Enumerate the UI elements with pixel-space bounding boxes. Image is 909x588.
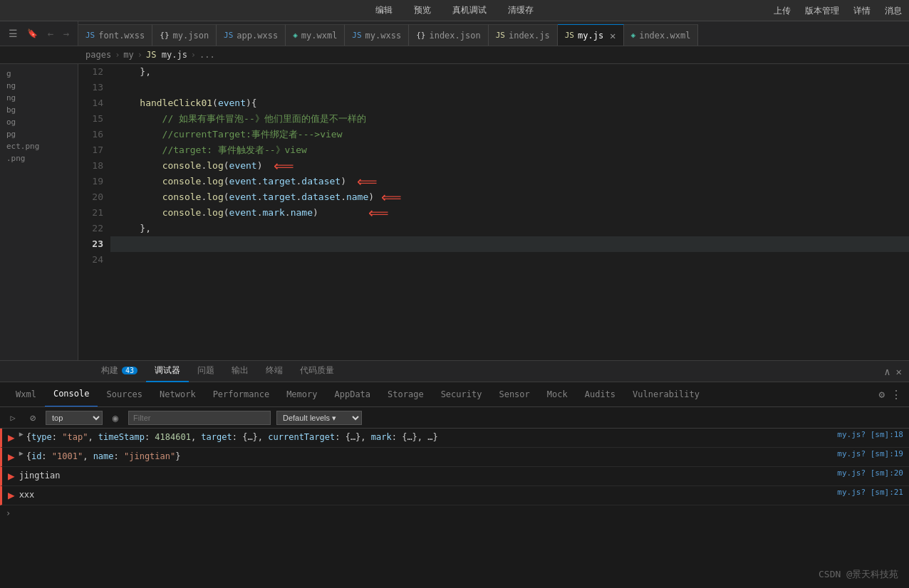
top-toolbar: 编辑 预览 真机调试 清缓存 上传 版本管理 详情 消息 [0,0,909,21]
console-entry-source-2[interactable]: my.js? [sm]:19 [837,449,903,458]
devtools-tab-sensor[interactable]: Sensor [490,382,538,407]
code-line-20: console.log(event.target.dataset.name) ⟸ [110,189,909,205]
ln-14: 14 [78,95,103,111]
devtools-settings: ⚙ ⋮ [879,388,909,401]
tab-my-wxss[interactable]: JS my.wxss [345,24,409,46]
bottom-panel: 构建 43 调试器 问题 输出 终端 代码质量 ∧ ✕ [0,360,909,588]
forward-icon[interactable]: → [63,28,69,39]
sidebar-file-png[interactable]: .png [4,152,74,164]
devtools-tab-mock[interactable]: Mock [539,382,576,407]
bookmark-icon[interactable]: 🔖 [27,28,38,38]
console-inspect-icon[interactable]: ◉ [108,412,123,424]
ln-20: 20 [78,189,103,205]
back-icon[interactable]: ← [48,28,53,39]
console-filter-input[interactable] [128,411,271,425]
devtools-tab-wxml[interactable]: Wxml [7,382,45,407]
sidebar-file-ng2[interactable]: ng [4,92,74,104]
devtools-tab-network[interactable]: Network [151,382,204,407]
action-message[interactable]: 消息 [885,5,902,17]
devtools-tab-audits[interactable]: Audits [576,382,624,407]
devtools-more-icon[interactable]: ⋮ [890,388,902,401]
ln-24: 24 [78,252,103,268]
tab-bar: ☰ 🔖 ← → JS font.wxss {} my.json JS app.w… [0,21,909,46]
sidebar-file-og[interactable]: og [4,116,74,128]
tab-font-wxss[interactable]: JS font.wxss [78,24,152,46]
panel-close-icon[interactable]: ✕ [896,366,902,377]
console-entry-source-3[interactable]: my.js? [sm]:20 [837,468,903,478]
devtools-settings-icon[interactable]: ⚙ [879,389,885,400]
console-sidebar-icon[interactable]: ▷ [6,413,20,423]
console-entry-source-4[interactable]: my.js? [sm]:21 [837,488,903,497]
bottom-tab-output[interactable]: 输出 [223,361,257,382]
sidebar-file-ect-png[interactable]: ect.png [4,140,74,152]
breadcrumb: pages › my › JS my.js › ... [0,46,909,64]
code-line-15: // 如果有事件冒泡--》他们里面的值是不一样的 [110,111,909,127]
ln-16: 16 [78,127,103,142]
ln-17: 17 [78,142,103,158]
breadcrumb-part-3[interactable]: JS my.js [146,50,187,60]
bottom-tab-debugger[interactable]: 调试器 [146,361,189,382]
sidebar-toggle-icon[interactable]: ☰ [9,28,18,39]
breadcrumb-sep-2: › [137,50,142,60]
console-prompt: › [0,505,909,521]
action-details[interactable]: 详情 [853,5,871,17]
action-upload[interactable]: 上传 [774,5,791,17]
tab-index-wxml[interactable]: ◈ index.wxml [624,24,699,46]
ln-23: 23 [78,236,103,252]
sidebar-file-pg[interactable]: pg [4,128,74,140]
breadcrumb-part-1[interactable]: pages [85,50,111,60]
breadcrumb-part-2[interactable]: my [123,50,133,60]
code-line-24 [110,252,909,268]
breadcrumb-more: ... [199,50,215,60]
console-entry-text-2: {id: "1001", name: "jingtian"} [26,449,838,463]
sidebar-file-g[interactable]: g [4,68,74,80]
devtools-tab-storage[interactable]: Storage [379,382,432,407]
toolbar-edit[interactable]: 编辑 [375,4,393,16]
code-line-13 [110,80,909,95]
devtools-tab-security[interactable]: Security [432,382,491,407]
console-toolbar: ▷ ⊘ top ◉ Default levels ▾ [0,407,909,429]
console-entry-text-3: jingtian [19,468,838,483]
devtools-tab-console[interactable]: Console [45,382,98,407]
tab-app-wxss[interactable]: JS app.wxss [217,24,286,46]
console-entry-1: ▶ ▶ {type: "tap", timeStamp: 4184601, ta… [0,429,909,448]
console-entry-4: ▶ xxx my.js? [sm]:21 [0,486,909,505]
console-level-select[interactable]: Default levels ▾ [276,411,362,425]
bottom-tab-terminal[interactable]: 终端 [257,361,291,382]
code-line-17: //target: 事件触发者--》view [110,142,909,158]
console-entry-source-1[interactable]: my.js? [sm]:18 [837,430,903,439]
console-expand-2[interactable]: ▶ [19,449,24,457]
bottom-tab-issues[interactable]: 问题 [189,361,223,382]
tab-my-wxml[interactable]: ◈ my.wxml [286,24,345,46]
console-red-arrow-2: ▶ [8,449,15,465]
action-version[interactable]: 版本管理 [805,5,839,17]
devtools-tab-memory[interactable]: Memory [278,382,326,407]
toolbar-debug[interactable]: 真机调试 [452,4,487,16]
tab-close-icon[interactable]: ✕ [610,30,615,41]
tab-my-js[interactable]: JS my.js ✕ [558,24,624,46]
console-input[interactable] [15,508,903,518]
bottom-tab-quality[interactable]: 代码质量 [291,361,343,382]
devtools-tabs: Wxml Console Sources Network Performance… [0,382,909,407]
toolbar-preview[interactable]: 预览 [414,4,431,16]
console-clear-icon[interactable]: ⊘ [26,412,40,424]
devtools-tab-appdata[interactable]: AppData [326,382,379,407]
code-line-21: console.log(event.mark.name) ⟸ [110,205,909,221]
console-expand-1[interactable]: ▶ [19,430,24,438]
console-red-arrow-4: ▶ [8,488,15,503]
tab-index-json[interactable]: {} index.json [409,24,489,46]
console-red-arrow-1: ▶ [8,430,15,446]
tab-index-js[interactable]: JS index.js [489,24,558,46]
devtools-tab-sources[interactable]: Sources [98,382,151,407]
ln-19: 19 [78,174,103,189]
top-right-actions: 上传 版本管理 详情 消息 [774,0,909,21]
bottom-tab-build[interactable]: 构建 43 [93,361,146,382]
sidebar-file-ng1[interactable]: ng [4,80,74,92]
sidebar-file-bg[interactable]: bg [4,104,74,116]
devtools-tab-vulnerability[interactable]: Vulnerability [624,382,708,407]
toolbar-clear[interactable]: 清缓存 [508,4,534,16]
devtools-tab-performance[interactable]: Performance [204,382,278,407]
panel-minimize-icon[interactable]: ∧ [884,366,890,377]
console-context-select[interactable]: top [46,411,103,425]
tab-my-json[interactable]: {} my.json [152,24,217,46]
